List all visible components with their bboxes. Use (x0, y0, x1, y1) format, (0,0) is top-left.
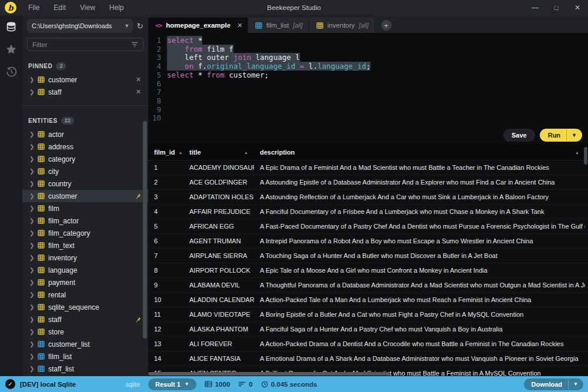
history-icon[interactable] (4, 65, 18, 79)
entity-item-film_text[interactable]: ❯film_text (22, 239, 148, 252)
run-label: Run (540, 129, 566, 142)
maximize-button[interactable]: □ (546, 0, 567, 15)
entity-item-film[interactable]: ❯film (22, 202, 148, 215)
table-row[interactable]: 11ALAMO VIDEOTAPEA Boring Epistle of a B… (148, 307, 588, 322)
add-tab-button[interactable]: + (381, 20, 392, 31)
run-button[interactable]: Run ▼ (540, 129, 582, 142)
table-row[interactable]: 8AIRPORT POLLOCKA Epic Tale of a Moose A… (148, 263, 588, 278)
chevron-right-icon[interactable]: ❯ (29, 217, 34, 224)
minimize-button[interactable]: ― (524, 0, 546, 15)
table-row[interactable]: 4AFFAIR PREJUDICEA Fanciful Documentary … (148, 205, 588, 219)
entity-item-film_list[interactable]: ❯film_list (22, 350, 148, 363)
chevron-right-icon[interactable]: ❯ (29, 316, 34, 323)
menu-help[interactable]: Help (103, 2, 130, 14)
entity-item-rental[interactable]: ❯rental (22, 289, 148, 301)
entity-item-address[interactable]: ❯address (22, 140, 148, 153)
entity-item-sqlite_sequence[interactable]: ❯sqlite_sequence (22, 301, 148, 313)
table-row[interactable]: 7AIRPLANE SIERRAA Touching Saga of a Hun… (148, 249, 588, 263)
sidebar-scrollbar[interactable] (143, 121, 147, 339)
pin-icon[interactable] (135, 316, 141, 323)
chevron-right-icon[interactable]: ❯ (29, 279, 34, 286)
pinned-item-staff[interactable]: ❯staff✕ (22, 86, 148, 98)
table-row[interactable]: 13ALI FOREVERA Action-Packed Drama of a … (148, 337, 588, 351)
column-header-film-id[interactable]: film_id▲ (148, 149, 183, 156)
chevron-right-icon[interactable]: ❯ (29, 353, 34, 360)
table-row[interactable]: 14ALICE FANTASIAA Emotional Drama of a A… (148, 351, 588, 366)
result-selector[interactable]: Result 1 ▼ (148, 378, 196, 390)
table-row[interactable]: 3ADAPTATION HOLESA Astounding Reflection… (148, 190, 588, 205)
entity-item-staff[interactable]: ❯staff (22, 313, 148, 326)
pin-icon[interactable] (135, 193, 141, 199)
filter-input[interactable]: Filter (27, 38, 143, 51)
chevron-right-icon[interactable]: ❯ (29, 341, 34, 347)
menu-file[interactable]: File (22, 2, 45, 14)
chevron-right-icon[interactable]: ❯ (29, 254, 34, 261)
table-row[interactable]: 6AGENT TRUMANA Intrepid Panorama of a Ro… (148, 234, 588, 249)
chevron-right-icon[interactable]: ❯ (29, 180, 34, 187)
download-caret-icon[interactable]: ▼ (568, 379, 583, 389)
results-horizontal-scrollbar[interactable] (148, 372, 389, 376)
entity-item-store[interactable]: ❯store (22, 326, 148, 338)
close-icon[interactable]: ✕ (136, 88, 143, 96)
entity-item-city[interactable]: ❯city (22, 165, 148, 177)
table-row[interactable]: 1ACADEMY DINOSAURA Epic Drama of a Femin… (148, 160, 588, 175)
tab-film_list[interactable]: film_list[all] (248, 18, 309, 33)
sort-asc-icon[interactable]: ▲ (178, 150, 182, 155)
table-row[interactable]: 10ALADDIN CALENDARA Action-Packed Tale o… (148, 293, 588, 307)
close-icon[interactable]: ✕ (237, 22, 242, 29)
entity-item-customer[interactable]: ❯customer (22, 190, 148, 202)
column-header-title[interactable]: title▲ (183, 149, 254, 156)
chevron-right-icon[interactable]: ❯ (29, 205, 34, 212)
table-row[interactable]: 5AFRICAN EGGA Fast-Paced Documentary of … (148, 219, 588, 234)
chevron-right-icon[interactable]: ❯ (29, 193, 34, 199)
connection-select[interactable]: C:\Users\ghstng\Downloads ▼ (27, 19, 133, 33)
entity-item-film_actor[interactable]: ❯film_actor (22, 215, 148, 227)
chevron-right-icon[interactable]: ❯ (29, 366, 34, 372)
sort-asc-icon[interactable]: ▲ (575, 150, 579, 155)
pinned-item-customer[interactable]: ❯customer✕ (22, 73, 148, 86)
table-row[interactable]: 2ACE GOLDFINGERA Astounding Epistle of a… (148, 175, 588, 190)
entity-item-language[interactable]: ❯language (22, 264, 148, 276)
chevron-right-icon[interactable]: ❯ (29, 143, 34, 150)
menu-view[interactable]: View (74, 2, 101, 14)
table-row[interactable]: 9ALABAMA DEVILA Thoughtful Panorama of a… (148, 278, 588, 293)
chevron-right-icon[interactable]: ❯ (29, 76, 34, 83)
chevron-right-icon[interactable]: ❯ (29, 230, 34, 236)
chevron-right-icon[interactable]: ❯ (29, 304, 34, 310)
entity-item-inventory[interactable]: ❯inventory (22, 252, 148, 264)
chevron-right-icon[interactable]: ❯ (29, 292, 34, 298)
menu-edit[interactable]: Edit (48, 2, 72, 14)
chevron-right-icon[interactable]: ❯ (29, 329, 34, 335)
download-button[interactable]: Download ▼ (524, 378, 583, 390)
entity-item-actor[interactable]: ❯actor (22, 128, 148, 140)
refresh-icon[interactable]: ↻ (136, 22, 143, 30)
entity-item-country[interactable]: ❯country (22, 177, 148, 190)
run-dropdown-caret-icon[interactable]: ▼ (566, 129, 582, 141)
column-header-description[interactable]: description▲ (254, 149, 585, 156)
results-vertical-scrollbar[interactable] (584, 147, 587, 165)
entity-item-sales_by_store[interactable]: ❯sales_by_store (22, 375, 148, 376)
chevron-right-icon[interactable]: ❯ (29, 168, 34, 175)
entity-item-film_category[interactable]: ❯film_category (22, 227, 148, 239)
chevron-right-icon[interactable]: ❯ (29, 242, 34, 249)
table-icon (38, 279, 45, 286)
entity-label: address (48, 143, 143, 151)
database-icon[interactable] (4, 20, 18, 34)
tab-homepage_example[interactable]: <>homepage_example✕ (148, 18, 248, 33)
save-button[interactable]: Save (503, 129, 535, 142)
sort-asc-icon[interactable]: ▲ (244, 150, 248, 155)
close-icon[interactable]: ✕ (136, 76, 143, 83)
entity-item-category[interactable]: ❯category (22, 153, 148, 165)
entity-item-customer_list[interactable]: ❯customer_list (22, 338, 148, 350)
chevron-right-icon[interactable]: ❯ (29, 267, 34, 273)
favorites-star-icon[interactable] (4, 42, 18, 56)
entity-item-payment[interactable]: ❯payment (22, 276, 148, 289)
sql-editor[interactable]: 1select *2 from film f3 left outer join … (148, 33, 588, 128)
chevron-right-icon[interactable]: ❯ (29, 89, 34, 95)
chevron-right-icon[interactable]: ❯ (29, 156, 34, 162)
close-button[interactable]: ✕ (567, 0, 588, 15)
chevron-right-icon[interactable]: ❯ (29, 131, 34, 138)
entity-item-staff_list[interactable]: ❯staff_list (22, 363, 148, 375)
tab-inventory[interactable]: inventory[all] (309, 18, 375, 33)
table-row[interactable]: 12ALASKA PHANTOMA Fanciful Saga of a Hun… (148, 322, 588, 337)
